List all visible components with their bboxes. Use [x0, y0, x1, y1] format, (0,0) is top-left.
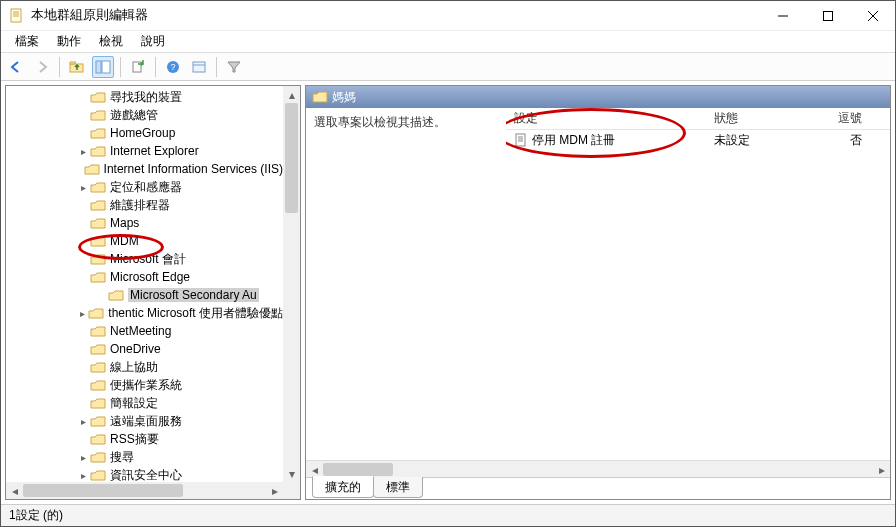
filter-button[interactable] [223, 56, 245, 78]
scroll-grip [283, 482, 300, 499]
detail-horizontal-scrollbar[interactable]: ◂ ▸ [306, 460, 890, 477]
expand-icon[interactable]: ▸ [76, 182, 90, 193]
column-headers[interactable]: 設定 狀態 逗號 [506, 108, 890, 130]
tree-horizontal-scrollbar[interactable]: ◂ ▸ [6, 482, 283, 499]
tree-item[interactable]: NetMeeting [6, 322, 283, 340]
tree-item-label: 遠端桌面服務 [110, 413, 182, 430]
tree-item[interactable]: ▸thentic Microsoft 使用者體驗優點 [6, 304, 283, 322]
tree-item[interactable]: 遊戲總管 [6, 106, 283, 124]
folder-icon [90, 234, 106, 248]
setting-comma: 否 [826, 132, 890, 149]
folder-icon [90, 90, 106, 104]
tree-item[interactable]: Internet Information Services (IIS) [6, 160, 283, 178]
back-button[interactable] [5, 56, 27, 78]
tree-pane: 尋找我的裝置遊戲總管HomeGroup▸Internet ExplorerInt… [5, 85, 301, 500]
menu-help[interactable]: 說明 [133, 31, 173, 52]
minimize-button[interactable] [760, 1, 805, 30]
col-state[interactable]: 狀態 [706, 110, 826, 127]
tree-item-label: OneDrive [110, 342, 161, 356]
tree-item-label: NetMeeting [110, 324, 171, 338]
folder-icon [90, 396, 106, 410]
scroll-down-icon[interactable]: ▾ [283, 465, 300, 482]
status-text: 1設定 (的) [9, 507, 63, 524]
forward-button[interactable] [31, 56, 53, 78]
svg-rect-9 [96, 61, 101, 73]
tree-item-label: 維護排程器 [110, 197, 170, 214]
setting-row[interactable]: 停用 MDM 註冊未設定否 [506, 130, 890, 150]
properties-button[interactable] [188, 56, 210, 78]
scroll-up-icon[interactable]: ▴ [283, 86, 300, 103]
expand-icon[interactable]: ▸ [76, 146, 90, 157]
tree-item[interactable]: 尋找我的裝置 [6, 88, 283, 106]
maximize-button[interactable] [805, 1, 850, 30]
col-setting[interactable]: 設定 [506, 110, 706, 127]
tree-item-label: 便攜作業系統 [110, 377, 182, 394]
tree-item-label: Maps [110, 216, 139, 230]
scroll-thumb[interactable] [323, 463, 393, 476]
tree-item[interactable]: ▸搜尋 [6, 448, 283, 466]
folder-icon [90, 450, 106, 464]
titlebar: 本地群組原則編輯器 [1, 1, 895, 31]
detail-pane: 媽媽 選取專案以檢視其描述。 設定 狀態 逗號 停用 MDM 註冊未設定否 ◂ [305, 85, 891, 500]
tree-item[interactable]: Microsoft Edge [6, 268, 283, 286]
folder-icon [90, 198, 106, 212]
setting-state: 未設定 [706, 132, 826, 149]
detail-list: 設定 狀態 逗號 停用 MDM 註冊未設定否 [506, 108, 890, 460]
help-button[interactable]: ? [162, 56, 184, 78]
expand-icon[interactable]: ▸ [76, 308, 88, 319]
scroll-right-icon[interactable]: ▸ [266, 482, 283, 499]
scroll-right-icon[interactable]: ▸ [873, 461, 890, 478]
tree-item-label: Microsoft Edge [110, 270, 190, 284]
col-comma[interactable]: 逗號 [826, 110, 890, 127]
tree-item[interactable]: Microsoft Secondary Au [6, 286, 283, 304]
tree-item[interactable]: ▸資訊安全中心 [6, 466, 283, 482]
tree-item[interactable]: 線上協助 [6, 358, 283, 376]
tab-extended[interactable]: 擴充的 [312, 476, 374, 498]
close-button[interactable] [850, 1, 895, 30]
tree-item[interactable]: Microsoft 會計 [6, 250, 283, 268]
folder-icon [90, 144, 106, 158]
tree-item-label: RSS摘要 [110, 431, 159, 448]
detail-tabs: 擴充的 標準 [306, 477, 890, 499]
show-tree-button[interactable] [92, 56, 114, 78]
tree-item[interactable]: ▸定位和感應器 [6, 178, 283, 196]
folder-icon [90, 360, 106, 374]
expand-icon[interactable]: ▸ [76, 470, 90, 481]
tree-item[interactable]: 維護排程器 [6, 196, 283, 214]
folder-icon [312, 90, 328, 104]
up-folder-button[interactable] [66, 56, 88, 78]
folder-icon [90, 324, 106, 338]
tree-item[interactable]: OneDrive [6, 340, 283, 358]
scroll-thumb[interactable] [285, 103, 298, 213]
tree-item-label: Microsoft Secondary Au [128, 288, 259, 302]
tree-item[interactable]: Maps [6, 214, 283, 232]
tree-item-label: 定位和感應器 [110, 179, 182, 196]
tree-item[interactable]: ▸Internet Explorer [6, 142, 283, 160]
menu-action[interactable]: 動作 [49, 31, 89, 52]
menu-view[interactable]: 檢視 [91, 31, 131, 52]
tree-item[interactable]: RSS摘要 [6, 430, 283, 448]
tree-item[interactable]: MDM [6, 232, 283, 250]
tree-item[interactable]: HomeGroup [6, 124, 283, 142]
tree-item-label: Internet Information Services (IIS) [104, 162, 283, 176]
tree-item[interactable]: 便攜作業系統 [6, 376, 283, 394]
expand-icon[interactable]: ▸ [76, 452, 90, 463]
folder-icon [90, 126, 106, 140]
toolbar-separator [59, 57, 60, 77]
expand-icon[interactable]: ▸ [76, 416, 90, 427]
tab-standard[interactable]: 標準 [373, 477, 423, 498]
export-button[interactable] [127, 56, 149, 78]
svg-text:?: ? [170, 62, 175, 72]
tree-vertical-scrollbar[interactable]: ▴ ▾ [283, 86, 300, 482]
toolbar-separator [120, 57, 121, 77]
menu-file[interactable]: 檔案 [7, 31, 47, 52]
tree[interactable]: 尋找我的裝置遊戲總管HomeGroup▸Internet ExplorerInt… [6, 86, 283, 482]
tree-item[interactable]: ▸遠端桌面服務 [6, 412, 283, 430]
scroll-left-icon[interactable]: ◂ [6, 482, 23, 499]
tree-item-label: 尋找我的裝置 [110, 89, 182, 106]
tree-item[interactable]: 簡報設定 [6, 394, 283, 412]
scroll-thumb[interactable] [23, 484, 183, 497]
folder-icon [90, 342, 106, 356]
folder-icon [90, 378, 106, 392]
toolbar-separator [216, 57, 217, 77]
